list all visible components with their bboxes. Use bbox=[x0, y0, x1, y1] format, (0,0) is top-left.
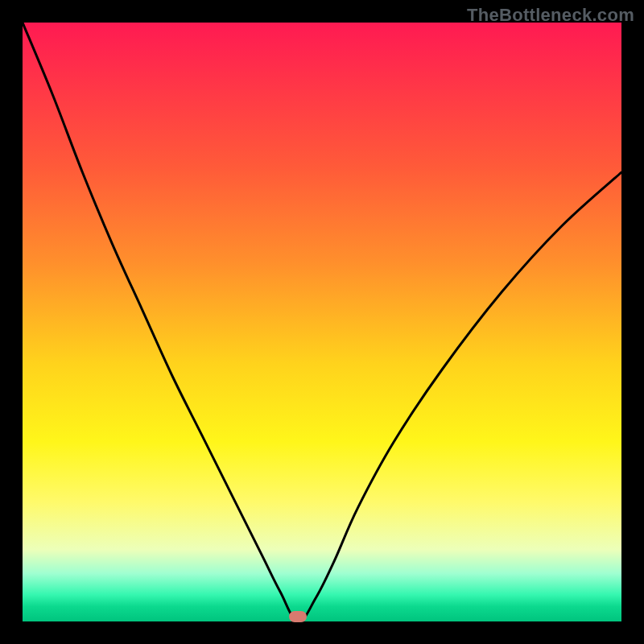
watermark-text: TheBottleneck.com bbox=[467, 5, 634, 26]
bottleneck-curve bbox=[23, 23, 621, 621]
optimal-marker bbox=[289, 611, 307, 622]
chart-frame: TheBottleneck.com bbox=[0, 0, 644, 644]
plot-area bbox=[23, 23, 621, 621]
